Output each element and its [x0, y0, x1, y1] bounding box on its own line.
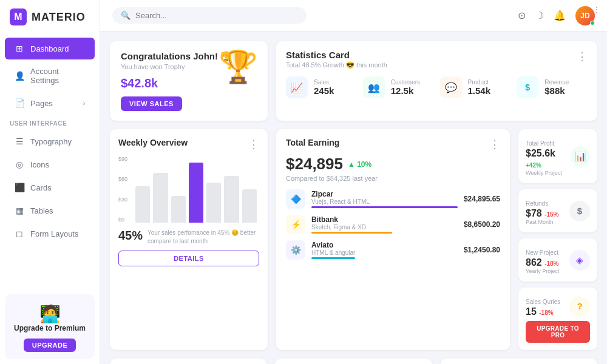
logo-text: MATERIO — [32, 11, 86, 24]
earning-progress-bar — [311, 206, 458, 208]
small-card-sub: Yearly Project — [526, 268, 559, 274]
sidebar-item-cards[interactable]: ⬛ Cards — [5, 177, 95, 198]
stat-label: Customers — [391, 79, 420, 86]
sidebar-item-account-settings[interactable]: 👤 Account Settings — [5, 61, 95, 91]
product-icon: 💬 — [440, 76, 462, 98]
change-badge: +42% — [526, 162, 541, 169]
details-button[interactable]: DETAILS — [118, 251, 259, 266]
small-cards-column: Total Profit $25.6k +42% Weekly Project … — [518, 129, 597, 350]
earning-value: $8,6500.20 — [464, 220, 500, 229]
earning-desc: Vuejs, React & HTML — [311, 198, 458, 205]
sidebar-item-label: Account Settings — [30, 67, 85, 85]
stat-label: Product — [468, 79, 491, 86]
earning-value: $24,895.65 — [464, 195, 500, 203]
small-card-info: Refunds $78 -15% Past Month — [526, 197, 559, 225]
sidebar-navigation: ⊞ Dashboard 👤 Account Settings 📄 Pages ›… — [0, 34, 100, 289]
earning-progress-bar — [311, 257, 355, 259]
sidebar-item-label: Form Layouts — [30, 229, 78, 238]
upgrade-button[interactable]: UPGRADE — [24, 339, 76, 352]
value-text: $78 — [526, 208, 542, 218]
more-options-icon[interactable]: ⋮ — [577, 50, 588, 63]
small-card-label: Refunds — [526, 200, 559, 207]
y-label: $90 — [118, 156, 127, 162]
earning-row-bitbank: ⚡ Bitbank Sketch, Figma & XD $8,6500.20 — [286, 215, 500, 234]
bar-4-active — [189, 163, 203, 223]
small-card-info: Total Profit $25.6k +42% Weekly Project — [526, 136, 571, 176]
revenue-icon: $ — [517, 76, 538, 98]
chart-bars — [135, 156, 257, 223]
small-card-label: Total Profit — [526, 140, 571, 147]
small-card-header: Refunds $78 -15% Past Month $ — [526, 197, 590, 225]
search-box[interactable]: 🔍 — [112, 7, 307, 24]
upgrade-figure: 🧑‍💻 — [12, 304, 87, 324]
small-card-value: $78 -15% — [526, 208, 559, 219]
stats-grid: 📈 Sales 245k 👥 Customers 12.5k — [286, 76, 588, 98]
topbar-actions: ⊙ ☽ 🔔 JD — [518, 6, 595, 25]
nav-section-label: USER INTERFACE — [0, 115, 100, 129]
upgrade-pro-button[interactable]: UPGRADE TO PRO — [526, 321, 590, 343]
stat-product: 💬 Product 1.54k — [440, 76, 511, 98]
congrats-card: Congratulations John! 🏆 You have won Tro… — [110, 41, 268, 121]
sidebar-item-pages[interactable]: 📄 Pages › — [5, 92, 95, 114]
stat-value: 1.54k — [468, 86, 491, 96]
weekly-percent: 45% — [118, 229, 143, 243]
earning-change: ▲ 10% — [348, 160, 371, 169]
sidebar-item-label: Icons — [30, 160, 49, 169]
icons-icon: ◎ — [15, 160, 24, 169]
sidebar-item-tables[interactable]: ▦ Tables — [5, 200, 95, 221]
chevron-right-icon: › — [83, 100, 85, 107]
bitbank-info: Bitbank Sketch, Figma & XD — [311, 215, 458, 234]
sidebar-item-form-layouts[interactable]: ◻ Form Layouts — [5, 223, 95, 244]
stat-label: Revenue — [544, 79, 569, 86]
weekly-description: Your sales perfomance in 45% 😊 better co… — [148, 229, 259, 246]
new-project-card: New Project 862 -18% Yearly Project ◈ — [518, 238, 597, 281]
sidebar-item-label: Dashboard — [30, 44, 69, 53]
bar-6 — [224, 176, 239, 223]
typography-icon: ☰ — [15, 136, 24, 146]
more-options-icon[interactable]: ⋮ — [489, 138, 500, 151]
earning-list: 🔷 Zipcar Vuejs, React & HTML $24,895.65 … — [286, 189, 500, 260]
value-text: $25.6k — [526, 148, 555, 158]
stat-sales: 📈 Sales 245k — [286, 76, 357, 98]
stat-customers: 👥 Customers 12.5k — [363, 76, 434, 98]
small-card-value: $25.6k +42% — [526, 148, 571, 170]
stat-revenue-info: Revenue $88k — [544, 79, 569, 96]
sales-queries-card: Sales Quries 15 -18% ? UPGRADE TO PRO — [518, 288, 597, 350]
stat-value: $88k — [544, 86, 569, 96]
chart-y-labels: $90 $60 $30 $0 — [118, 156, 127, 223]
form-icon: ◻ — [15, 229, 24, 238]
stat-sales-info: Sales 245k — [314, 79, 334, 96]
change-badge: -18% — [544, 260, 558, 267]
github-icon[interactable]: ⊙ — [518, 10, 526, 21]
total-profit-card: Total Profit $25.6k +42% Weekly Project … — [518, 129, 597, 183]
weekly-header: Weekly Overview ⋮ — [118, 138, 259, 151]
small-card-info: Sales Quries 15 -18% — [526, 295, 560, 317]
sidebar-item-dashboard[interactable]: ⊞ Dashboard — [5, 38, 95, 59]
sales-icon: 📈 — [286, 76, 308, 98]
y-label: $30 — [118, 197, 127, 203]
view-sales-button[interactable]: VIEW SALES — [121, 96, 182, 111]
earning-name: Aviato — [311, 241, 458, 249]
earning-value: $1,2450.80 — [464, 246, 500, 254]
refunds-icon: $ — [569, 201, 590, 221]
weekly-chart: $90 $60 $30 $0 — [118, 156, 259, 223]
sidebar-item-icons[interactable]: ◎ Icons — [5, 153, 95, 175]
small-card-value: 862 -18% — [526, 257, 559, 268]
earning-progress-bar — [311, 232, 392, 234]
bell-icon[interactable]: 🔔 — [554, 10, 566, 21]
customers-icon: 👥 — [363, 76, 385, 98]
stats-title: Statistics Card — [286, 50, 387, 60]
cards-icon: ⬛ — [15, 183, 24, 192]
small-card-info: New Project 862 -18% Yearly Project — [526, 246, 559, 274]
moon-icon[interactable]: ☽ — [535, 10, 544, 21]
more-options-icon[interactable]: ⋮ — [248, 138, 259, 151]
refunds-card: Refunds $78 -15% Past Month $ ⋮ — [518, 189, 597, 232]
earning-desc: HTML & angular — [311, 249, 458, 256]
value-text: 862 — [526, 257, 542, 268]
sidebar-item-typography[interactable]: ☰ Typography — [5, 130, 95, 152]
search-input[interactable] — [135, 11, 298, 20]
small-card-sub: Weekly Project — [526, 170, 571, 176]
sidebar-item-label: Typography — [30, 137, 72, 146]
earning-row-aviato: ⚙️ Aviato HTML & angular $1,2450.80 — [286, 240, 500, 260]
change-badge: -18% — [539, 309, 553, 316]
